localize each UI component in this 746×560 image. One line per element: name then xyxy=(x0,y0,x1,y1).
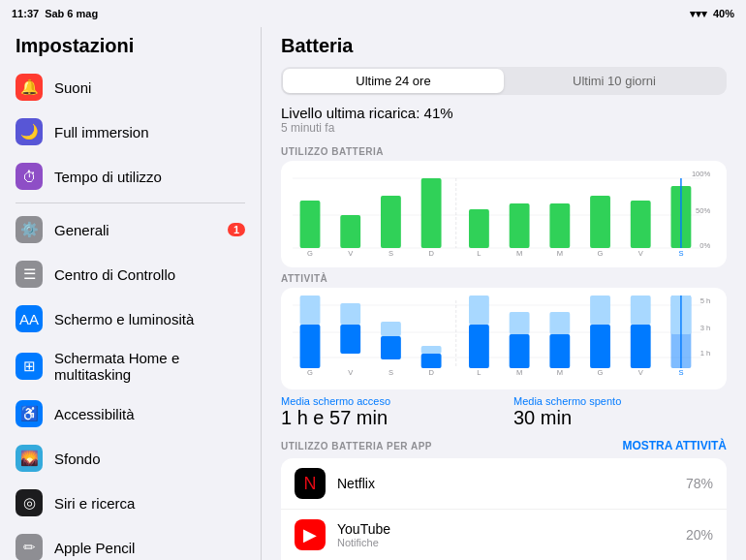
svg-text:3 h: 3 h xyxy=(700,324,711,332)
svg-rect-12 xyxy=(510,203,530,248)
svg-text:M: M xyxy=(557,249,563,256)
content-title: Batteria xyxy=(262,27,746,63)
sidebar-item-sfondo[interactable]: 🌄Sfondo xyxy=(0,436,261,481)
sidebar-title: Impostazioni xyxy=(0,27,261,65)
svg-text:V: V xyxy=(638,368,644,377)
svg-rect-52 xyxy=(590,296,610,325)
svg-text:M: M xyxy=(557,368,563,377)
svg-rect-37 xyxy=(300,325,321,368)
svg-text:S: S xyxy=(389,368,393,377)
svg-text:M: M xyxy=(516,249,522,256)
sidebar-item-generali[interactable]: ⚙️Generali1 xyxy=(0,207,261,252)
svg-text:1 h: 1 h xyxy=(700,349,711,358)
svg-rect-15 xyxy=(631,201,651,248)
app-name-netflix: Netflix xyxy=(337,476,674,491)
tab-24h[interactable]: Ultime 24 ore xyxy=(283,69,504,93)
generali-icon: ⚙️ xyxy=(16,216,43,243)
sidebar-item-accessibilita[interactable]: ♿Accessibilità xyxy=(0,391,261,436)
sidebar-item-label-tempo-utilizzo: Tempo di utilizzo xyxy=(54,169,245,185)
svg-text:27 apr: 27 apr xyxy=(310,377,328,378)
svg-rect-53 xyxy=(631,325,651,368)
accessibilita-icon: ♿ xyxy=(16,400,43,427)
battery-info: Livello ultima ricarica: 41% 5 minuti fa xyxy=(262,105,746,139)
sidebar-item-apple-pencil[interactable]: ✏Apple Pencil xyxy=(0,525,261,560)
svg-text:5 h: 5 h xyxy=(700,296,711,305)
sidebar-item-full-immersion[interactable]: 🌙Full immersion xyxy=(0,109,261,154)
schermata-home-icon: ⊞ xyxy=(16,353,43,380)
app-list: NNetflix78%▶YouTubeNotifiche20%⊞Schermat… xyxy=(281,458,727,560)
app-row-netflix[interactable]: NNetflix78% xyxy=(281,458,727,510)
mostra-attivita-button[interactable]: MOSTRA ATTIVITÀ xyxy=(622,439,727,452)
sidebar-section-top: 🔔Suoni🌙Full immersion⏱Tempo di utilizzo⚙… xyxy=(0,65,261,560)
stat-screen-on-value: 1 h e 57 min xyxy=(281,407,494,429)
svg-rect-45 xyxy=(469,325,489,368)
svg-rect-44 xyxy=(421,346,442,354)
svg-rect-38 xyxy=(300,296,321,325)
svg-rect-11 xyxy=(469,209,489,248)
svg-text:G: G xyxy=(598,368,604,377)
siri-icon: ◎ xyxy=(16,489,43,516)
status-time: 11:37 xyxy=(12,8,39,19)
content-area: Batteria Ultime 24 ore Ultimi 10 giorni … xyxy=(262,27,746,560)
sidebar-item-centro-controllo[interactable]: ☰Centro di Controllo xyxy=(0,252,261,296)
sidebar-item-suoni[interactable]: 🔔Suoni xyxy=(0,65,261,109)
svg-rect-47 xyxy=(510,334,530,368)
app-pct-youtube: 20% xyxy=(686,527,713,543)
status-right: ▾▾▾ 40% xyxy=(690,8,734,20)
svg-text:G: G xyxy=(307,249,313,256)
apple-pencil-icon: ✏ xyxy=(16,534,43,560)
sidebar-item-label-schermata-home: Schermata Home e multitasking xyxy=(54,350,245,383)
sidebar-item-label-suoni: Suoni xyxy=(54,79,245,96)
suoni-icon: 🔔 xyxy=(16,74,43,101)
svg-rect-13 xyxy=(549,203,570,248)
svg-rect-48 xyxy=(510,312,530,334)
stat-screen-on-label: Media schermo acceso xyxy=(281,395,494,407)
activity-chart-area: 5 h 3 h 1 h xyxy=(281,288,727,389)
svg-text:V: V xyxy=(348,249,354,256)
tabs-container: Ultime 24 ore Ultimi 10 giorni xyxy=(281,67,727,95)
app-usage-title: UTILIZZO BATTERIA PER APP xyxy=(281,441,432,451)
sidebar-divider xyxy=(16,202,245,203)
app-sub-youtube: Notifiche xyxy=(337,537,674,548)
centro-controllo-icon: ☰ xyxy=(16,261,43,288)
svg-rect-49 xyxy=(549,334,570,368)
activity-chart-section: ATTIVITÀ 5 h 3 h 1 h xyxy=(281,273,727,389)
svg-rect-40 xyxy=(340,303,360,325)
app-usage-section: UTILIZZO BATTERIA PER APP MOSTRA ATTIVIT… xyxy=(281,439,727,560)
status-bar: 11:37 Sab 6 mag ▾▾▾ 40% xyxy=(0,0,746,27)
stats-row: Media schermo acceso 1 h e 57 min Media … xyxy=(262,389,746,433)
sidebar-item-schermata-home[interactable]: ⊞Schermata Home e multitasking xyxy=(0,341,261,391)
svg-text:S: S xyxy=(678,249,683,256)
sidebar-item-siri[interactable]: ◎Siri e ricerca xyxy=(0,481,261,525)
svg-rect-50 xyxy=(549,312,570,334)
sidebar-item-label-generali: Generali xyxy=(54,222,216,238)
schermo-icon: AA xyxy=(16,305,43,332)
svg-text:50%: 50% xyxy=(696,206,710,215)
svg-rect-41 xyxy=(381,336,401,359)
stat-screen-off-value: 30 min xyxy=(513,407,727,429)
svg-rect-8 xyxy=(381,196,401,248)
activity-chart-title: ATTIVITÀ xyxy=(281,273,727,284)
activity-chart-svg: 5 h 3 h 1 h xyxy=(293,296,715,378)
stat-screen-off-label: Media schermo spento xyxy=(513,395,727,407)
full-immersion-icon: 🌙 xyxy=(16,118,43,145)
sidebar: Impostazioni 🔔Suoni🌙Full immersion⏱Tempo… xyxy=(0,27,262,560)
svg-text:1 mag: 1 mag xyxy=(469,377,487,378)
sidebar-item-label-centro-controllo: Centro di Controllo xyxy=(54,266,245,283)
svg-text:L: L xyxy=(477,249,482,256)
usage-chart-section: UTILIZZO BATTERIA 100% 50% 0% xyxy=(281,146,727,267)
svg-rect-43 xyxy=(421,354,442,368)
sidebar-item-tempo-utilizzo[interactable]: ⏱Tempo di utilizzo xyxy=(0,154,261,199)
stat-screen-on: Media schermo acceso 1 h e 57 min xyxy=(281,395,494,429)
svg-text:S: S xyxy=(678,368,683,377)
sidebar-item-label-schermo: Schermo e luminosità xyxy=(54,311,245,327)
status-left: 11:37 Sab 6 mag xyxy=(12,8,98,19)
tab-10d[interactable]: Ultimi 10 giorni xyxy=(504,69,725,93)
app-row-youtube[interactable]: ▶YouTubeNotifiche20% xyxy=(281,510,727,560)
sidebar-item-label-full-immersion: Full immersion xyxy=(54,124,245,140)
sidebar-item-schermo[interactable]: AASchermo e luminosità xyxy=(0,296,261,341)
sidebar-item-label-accessibilita: Accessibilità xyxy=(54,406,245,422)
usage-chart-title: UTILIZZO BATTERIA xyxy=(281,146,727,157)
app-name-youtube: YouTube xyxy=(337,521,674,537)
svg-text:V: V xyxy=(638,249,644,256)
